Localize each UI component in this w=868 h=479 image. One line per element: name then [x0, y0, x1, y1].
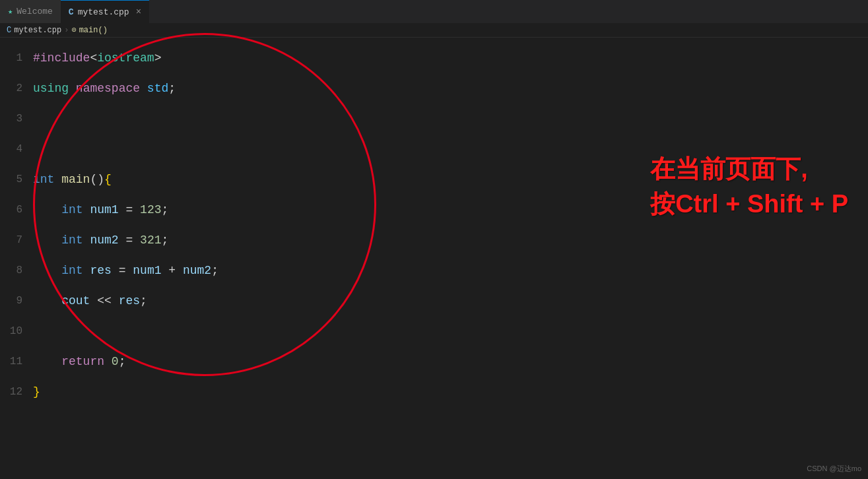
- line-num-4: 4: [0, 134, 33, 164]
- editor: 1 #include<iostream> 2 using namespace s…: [0, 38, 868, 412]
- line-num-9: 9: [0, 286, 33, 316]
- code-line-10: 10: [0, 316, 868, 346]
- annotation-text: 在当前页面下, 按Ctrl + Shift + P: [650, 152, 848, 222]
- welcome-tab-icon: ★: [8, 7, 13, 16]
- annotation-line2: 按Ctrl + Shift + P: [650, 187, 848, 222]
- line-content-11: return 0;: [33, 346, 125, 377]
- line-num-11: 11: [0, 346, 33, 377]
- code-line-8: 8 int res = num1 + num2;: [0, 255, 868, 286]
- breadcrumb-func-icon: ⊙: [71, 25, 76, 35]
- breadcrumb: C mytest.cpp › ⊙ main(): [0, 23, 868, 38]
- line-num-1: 1: [0, 43, 33, 73]
- code-line-1: 1 #include<iostream>: [0, 43, 868, 73]
- tab-bar: ★ Welcome C mytest.cpp ×: [0, 0, 868, 23]
- annotation-line1: 在当前页面下,: [650, 152, 848, 187]
- code-line-12: 12 }: [0, 377, 868, 407]
- line-content-2: using namespace std;: [33, 73, 176, 104]
- line-content-7: int num2 = 321;: [33, 225, 168, 255]
- breadcrumb-file-icon: C: [7, 26, 11, 35]
- tab-welcome[interactable]: ★ Welcome: [0, 0, 61, 23]
- line-num-10: 10: [0, 316, 33, 346]
- breadcrumb-separator: ›: [64, 26, 69, 35]
- breadcrumb-func: main(): [79, 26, 108, 35]
- active-tab-label: mytest.cpp: [78, 7, 129, 17]
- line-content-6: int num1 = 123;: [33, 195, 168, 225]
- code-line-2: 2 using namespace std;: [0, 73, 868, 104]
- watermark: CSDN @迈达mo: [807, 464, 861, 474]
- line-content-5: int main(){: [33, 164, 112, 195]
- line-content-10: [33, 316, 40, 346]
- line-content-8: int res = num1 + num2;: [33, 255, 218, 286]
- cpp-tab-icon: C: [69, 7, 74, 17]
- line-num-12: 12: [0, 377, 33, 407]
- welcome-tab-label: Welcome: [17, 7, 53, 16]
- tab-close-button[interactable]: ×: [136, 7, 141, 17]
- line-num-3: 3: [0, 104, 33, 134]
- code-line-9: 9 cout << res;: [0, 286, 868, 316]
- line-content-12: }: [33, 377, 40, 407]
- line-content-1: #include<iostream>: [33, 43, 161, 73]
- line-content-9: cout << res;: [33, 286, 147, 316]
- line-num-6: 6: [0, 195, 33, 225]
- line-num-2: 2: [0, 73, 33, 104]
- code-line-11: 11 return 0;: [0, 346, 868, 377]
- code-line-3: 3: [0, 104, 868, 134]
- code-line-7: 7 int num2 = 321;: [0, 225, 868, 255]
- line-content-3: [33, 104, 40, 134]
- line-num-5: 5: [0, 164, 33, 195]
- line-num-8: 8: [0, 255, 33, 286]
- tab-active[interactable]: C mytest.cpp ×: [61, 0, 149, 23]
- line-num-7: 7: [0, 225, 33, 255]
- line-content-4: [33, 134, 40, 164]
- breadcrumb-file: mytest.cpp: [14, 26, 61, 35]
